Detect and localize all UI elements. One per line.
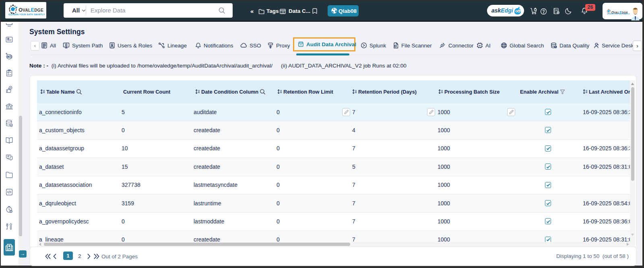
- svg-text:ai: ai: [479, 44, 481, 47]
